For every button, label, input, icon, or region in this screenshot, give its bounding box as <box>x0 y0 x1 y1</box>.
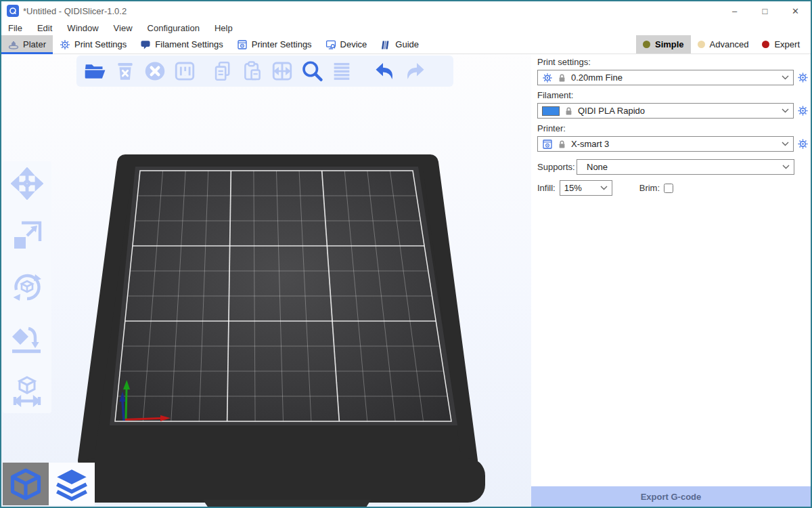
filament-settings-icon <box>140 39 151 50</box>
chevron-down-icon <box>782 75 789 80</box>
lock-icon <box>558 140 566 149</box>
mode-selector: Simple Advanced Expert <box>636 35 807 54</box>
mode-expert[interactable]: Expert <box>755 35 807 54</box>
view-mode-toggles <box>3 463 95 505</box>
variable-layer-height-icon[interactable] <box>328 58 355 85</box>
delete-all-icon[interactable] <box>141 58 168 85</box>
printer-icon <box>542 139 553 150</box>
device-icon <box>325 39 336 50</box>
close-button[interactable]: ✕ <box>780 1 811 20</box>
tab-guide[interactable]: Guide <box>374 35 426 54</box>
printer-value: X-smart 3 <box>571 139 609 149</box>
filament-value: QIDI PLA Rapido <box>578 106 645 116</box>
tab-guide-label: Guide <box>395 39 419 49</box>
print-settings-row: 0.20mm Fine <box>537 70 809 85</box>
tab-device[interactable]: Device <box>319 35 374 54</box>
mode-expert-label: Expert <box>774 39 800 49</box>
paste-icon[interactable] <box>239 58 266 85</box>
3d-editor-view-icon[interactable] <box>3 463 49 505</box>
profile-gear-icon <box>542 72 553 83</box>
chevron-down-icon <box>782 108 789 113</box>
guide-icon <box>380 39 391 50</box>
menu-help[interactable]: Help <box>215 23 233 33</box>
maximize-button[interactable]: □ <box>750 1 780 20</box>
lock-icon <box>564 106 573 116</box>
mode-simple-label: Simple <box>655 39 684 49</box>
tab-filament-settings-label: Filament Settings <box>155 39 223 49</box>
plater-toolbar <box>76 56 453 87</box>
menu-view[interactable]: View <box>114 23 133 33</box>
tab-device-label: Device <box>340 39 367 49</box>
scale-tool-icon[interactable] <box>10 219 44 253</box>
infill-value: 15% <box>564 183 582 193</box>
printer-dropdown[interactable]: X-smart 3 <box>537 136 794 152</box>
brim-checkbox[interactable] <box>664 184 673 193</box>
tab-printer-settings-label: Printer Settings <box>252 39 312 49</box>
printer-label: Printer: <box>537 123 809 134</box>
tab-print-settings[interactable]: Print Settings <box>53 35 133 54</box>
bed-front-apron <box>78 458 485 503</box>
lock-icon <box>558 73 566 83</box>
print-bed <box>1 54 531 507</box>
open-icon[interactable] <box>82 58 109 85</box>
delete-icon[interactable] <box>112 58 139 85</box>
tab-filament-settings[interactable]: Filament Settings <box>133 35 229 54</box>
filament-edit-gear-icon[interactable] <box>796 105 809 117</box>
measure-tool-icon[interactable] <box>10 374 44 408</box>
export-gcode-button[interactable]: Export G-code <box>531 486 811 507</box>
app-window: *Untitled - QIDISlicer-1.0.2 – □ ✕ File … <box>0 0 812 508</box>
printer-row: X-smart 3 <box>537 136 809 152</box>
mode-advanced[interactable]: Advanced <box>691 35 756 54</box>
print-settings-edit-gear-icon[interactable] <box>796 72 809 83</box>
mode-simple[interactable]: Simple <box>636 35 691 54</box>
infill-label: Infill: <box>537 183 556 193</box>
minimize-button[interactable]: – <box>719 1 750 20</box>
3d-viewport[interactable] <box>1 54 531 507</box>
print-settings-value: 0.20mm Fine <box>571 72 623 83</box>
simple-mode-dot-icon <box>643 41 650 48</box>
printer-edit-gear-icon[interactable] <box>796 138 809 150</box>
expert-mode-dot-icon <box>762 41 769 48</box>
print-settings-dropdown[interactable]: 0.20mm Fine <box>537 70 794 85</box>
place-on-face-tool-icon[interactable] <box>10 322 44 356</box>
supports-value: None <box>587 162 608 172</box>
arrange-icon[interactable] <box>171 58 198 85</box>
filament-dropdown[interactable]: QIDI PLA Rapido <box>537 103 794 119</box>
redo-icon[interactable] <box>401 58 428 85</box>
title-bar: *Untitled - QIDISlicer-1.0.2 – □ ✕ <box>1 1 811 20</box>
tab-plater[interactable]: Plater <box>1 35 53 54</box>
tab-plater-label: Plater <box>23 39 46 49</box>
preview-layers-icon[interactable] <box>49 463 95 505</box>
infill-row: Infill: 15% Brim: <box>537 180 809 196</box>
settings-panel: Print settings: 0.20mm Fine Filament: QI… <box>531 54 811 507</box>
plater-icon <box>8 39 19 50</box>
mode-advanced-label: Advanced <box>710 39 749 49</box>
menu-edit[interactable]: Edit <box>37 23 52 33</box>
menu-file[interactable]: File <box>8 23 22 33</box>
main-area: Print settings: 0.20mm Fine Filament: QI… <box>1 54 811 507</box>
tab-printer-settings[interactable]: Printer Settings <box>230 35 319 54</box>
search-icon[interactable] <box>298 58 325 85</box>
window-title: *Untitled - QIDISlicer-1.0.2 <box>23 6 127 16</box>
filament-row: QIDI PLA Rapido <box>537 103 809 119</box>
move-tool-icon[interactable] <box>10 167 44 200</box>
supports-row: Supports: None <box>537 159 794 175</box>
advanced-mode-dot-icon <box>698 41 705 48</box>
supports-dropdown[interactable]: None <box>577 159 794 175</box>
window-controls: – □ ✕ <box>719 1 811 20</box>
undo-icon[interactable] <box>371 58 399 85</box>
infill-dropdown[interactable]: 15% <box>560 180 612 196</box>
tab-print-settings-label: Print Settings <box>74 39 127 49</box>
tab-bar: Plater Print Settings Filament Settings … <box>1 35 811 54</box>
supports-label: Supports: <box>537 162 577 172</box>
split-icon[interactable] <box>269 58 296 85</box>
printer-settings-icon <box>237 39 248 50</box>
rotate-tool-icon[interactable] <box>10 270 44 304</box>
filament-color-swatch <box>542 106 560 116</box>
menu-configuration[interactable]: Configuration <box>148 23 200 33</box>
brim-label: Brim: <box>639 183 660 193</box>
menu-window[interactable]: Window <box>67 23 98 33</box>
copy-icon[interactable] <box>209 58 236 85</box>
chevron-down-icon <box>782 142 789 146</box>
app-logo-icon <box>7 5 19 17</box>
